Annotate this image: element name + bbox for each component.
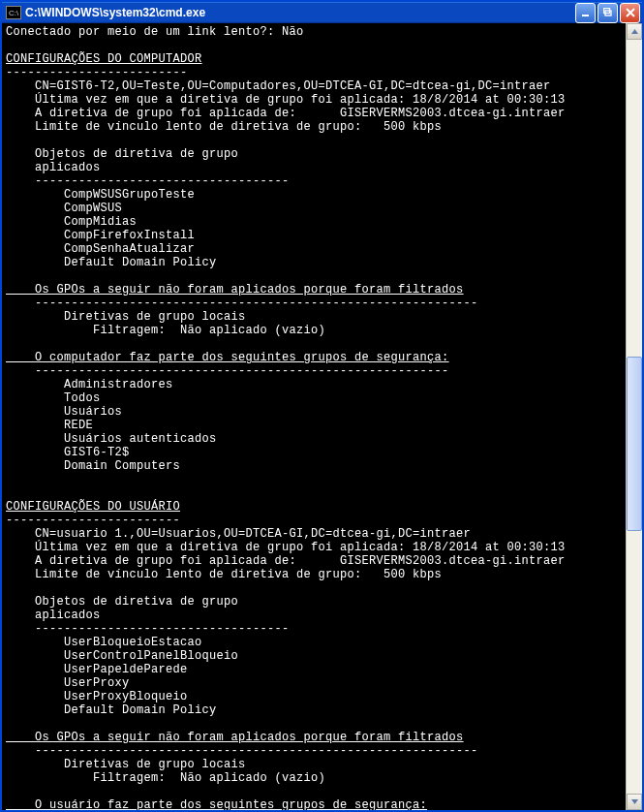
maximize-button[interactable] bbox=[598, 3, 618, 23]
cmd-window: C:\ C:\WINDOWS\system32\cmd.exe Conectad… bbox=[0, 0, 644, 812]
titlebar[interactable]: C:\ C:\WINDOWS\system32\cmd.exe bbox=[2, 2, 642, 23]
scroll-track[interactable] bbox=[627, 40, 642, 794]
scroll-thumb[interactable] bbox=[627, 357, 642, 531]
minimize-button[interactable] bbox=[575, 3, 596, 23]
scroll-down-button[interactable] bbox=[627, 794, 642, 810]
client-area: Conectado por meio de um link lento?: Nã… bbox=[2, 23, 642, 810]
close-button[interactable] bbox=[620, 3, 640, 23]
vertical-scrollbar[interactable] bbox=[626, 23, 642, 810]
cmd-icon: C:\ bbox=[6, 6, 21, 19]
window-controls bbox=[575, 3, 640, 23]
scroll-up-button[interactable] bbox=[627, 23, 642, 40]
svg-rect-0 bbox=[582, 15, 589, 16]
window-title: C:\WINDOWS\system32\cmd.exe bbox=[25, 6, 575, 19]
console-output: Conectado por meio de um link lento?: Nã… bbox=[2, 23, 626, 810]
